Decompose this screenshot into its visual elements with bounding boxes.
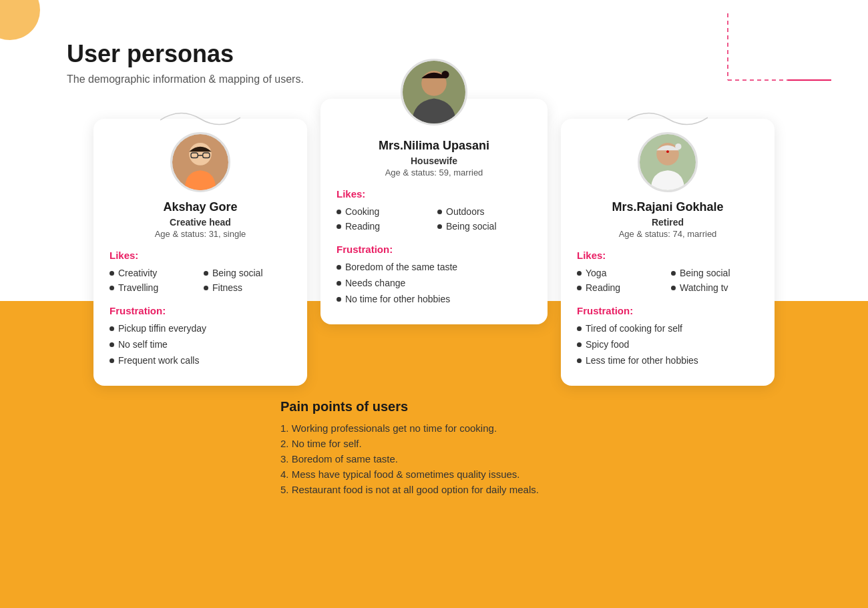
frustration-label-akshay: Frustration:: [110, 305, 291, 316]
likes-grid-akshay: Creativity Being social Travelling Fitne…: [110, 266, 291, 294]
frustration-list-akshay: Pickup tiffin everyday No self time Freq…: [110, 322, 291, 367]
pain-point-item: 3. Boredom of same taste.: [280, 453, 828, 465]
like-item: Travelling: [110, 281, 197, 294]
frustration-item: Boredom of the same taste: [337, 260, 531, 274]
like-item: Being social: [204, 266, 291, 280]
likes-label-nilima: Likes:: [337, 188, 531, 200]
role-nilima: Housewife: [337, 156, 531, 166]
likes-grid-rajani: Yoga Being social Reading Watching tv: [577, 266, 758, 294]
role-rajani: Retired: [577, 217, 758, 228]
likes-label-rajani: Likes:: [577, 250, 758, 261]
frustration-item: Less time for other hobbies: [577, 354, 758, 367]
like-item: Being social: [437, 220, 531, 233]
svg-point-13: [675, 143, 681, 149]
name-nilima: Mrs.Nilima Upasani: [337, 139, 531, 153]
pain-point-item: 2. No time for self.: [280, 438, 828, 449]
like-item: Yoga: [577, 266, 664, 280]
pain-points-title: Pain points of users: [280, 399, 828, 414]
avatar-rajani: [638, 132, 698, 192]
frustration-item: No time for other hobbies: [337, 292, 531, 306]
avatar-wrapper-nilima: [320, 59, 548, 125]
svg-point-14: [666, 150, 669, 153]
avatar-akshay: [170, 132, 230, 192]
pain-points-section: Pain points of users 1. Working professi…: [0, 386, 868, 513]
cards-section: Akshay Gore Creative head Age & status: …: [0, 105, 868, 386]
pain-point-item: 5. Restaurant food is not at all good op…: [280, 484, 828, 495]
avatar-nilima: [401, 59, 467, 125]
avatar-wrapper-akshay: [110, 132, 291, 192]
pain-point-item: 1. Working professionals get no time for…: [280, 422, 828, 434]
likes-label-akshay: Likes:: [110, 250, 291, 261]
frustration-label-nilima: Frustration:: [337, 244, 531, 255]
like-item: Cooking: [337, 205, 431, 218]
pain-points-list: 1. Working professionals get no time for…: [280, 422, 828, 495]
name-akshay: Akshay Gore: [110, 200, 291, 214]
age-rajani: Age & status: 74, married: [577, 229, 758, 239]
pain-point-item: 4. Mess have typical food & sometimes qu…: [280, 469, 828, 480]
like-item: Creativity: [110, 266, 197, 280]
persona-card-nilima: Mrs.Nilima Upasani Housewife Age & statu…: [320, 99, 548, 324]
like-item: Fitness: [204, 281, 291, 294]
name-rajani: Mrs.Rajani Gokhale: [577, 200, 758, 214]
like-item: Reading: [577, 281, 664, 294]
age-akshay: Age & status: 31, single: [110, 229, 291, 239]
frustration-item: Frequent work calls: [110, 354, 291, 367]
frustration-list-rajani: Tired of cooking for self Spicy food Les…: [577, 322, 758, 367]
avatar-wrapper-rajani: [577, 132, 758, 192]
frustration-list-nilima: Boredom of the same taste Needs change N…: [337, 260, 531, 306]
svg-point-4: [189, 143, 212, 166]
persona-card-rajani: Mrs.Rajani Gokhale Retired Age & status:…: [561, 119, 775, 386]
frustration-item: Tired of cooking for self: [577, 322, 758, 335]
age-nilima: Age & status: 59, married: [337, 168, 531, 178]
like-item: Reading: [337, 220, 431, 233]
frustration-item: No self time: [110, 338, 291, 351]
frustration-item: Pickup tiffin everyday: [110, 322, 291, 335]
like-item: Being social: [671, 266, 758, 280]
card-wave-rajani: [628, 107, 708, 131]
role-akshay: Creative head: [110, 217, 291, 228]
persona-card-akshay: Akshay Gore Creative head Age & status: …: [93, 119, 307, 386]
frustration-item: Needs change: [337, 276, 531, 290]
like-item: Outdoors: [437, 205, 531, 218]
like-item: Watching tv: [671, 281, 758, 294]
likes-grid-nilima: Cooking Outdoors Reading Being social: [337, 205, 531, 233]
frustration-label-rajani: Frustration:: [577, 305, 758, 316]
card-wave-akshay: [160, 107, 240, 131]
svg-point-10: [441, 71, 449, 78]
frustration-item: Spicy food: [577, 338, 758, 351]
